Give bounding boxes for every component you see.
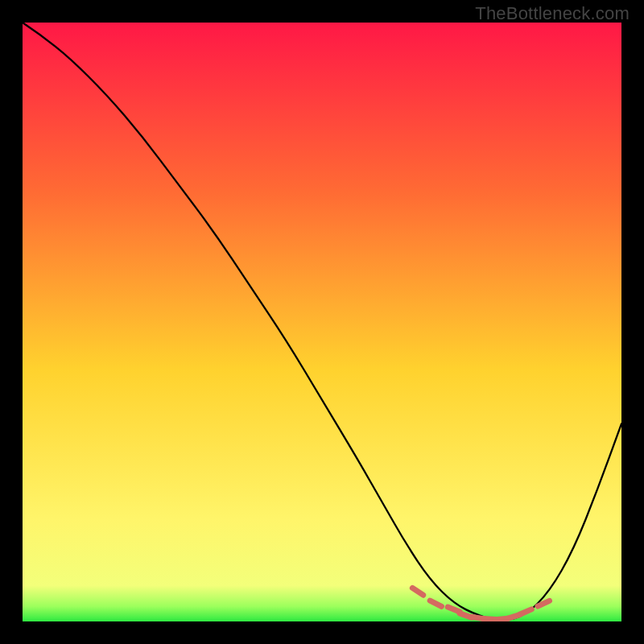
watermark-text: TheBottleneck.com	[475, 3, 630, 24]
chart-plot-area	[23, 23, 621, 621]
chart-svg	[23, 23, 621, 621]
chart-frame: TheBottleneck.com	[0, 0, 644, 644]
gradient-background	[23, 23, 621, 621]
